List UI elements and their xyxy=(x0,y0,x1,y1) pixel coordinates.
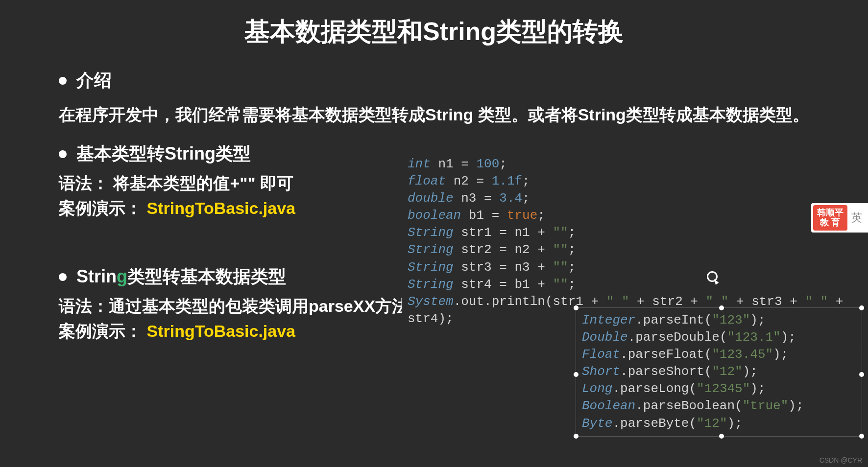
selection-handle-icon xyxy=(719,434,724,439)
selection-handle-icon xyxy=(574,434,579,439)
intro-paragraph: 在程序开发中，我们经常需要将基本数据类型转成String 类型。或者将Strin… xyxy=(59,102,829,127)
selection-handle-icon xyxy=(574,305,579,310)
code-block-basic-to-string: int n1 = 100; float n2 = 1.1f; double n3… xyxy=(402,152,862,331)
selection-handle-icon xyxy=(859,305,864,310)
section2-filename: StringToBasic.java xyxy=(146,322,295,340)
bullet-icon xyxy=(59,273,67,281)
bullet-icon xyxy=(59,150,67,158)
section2-prefix: 案例演示： xyxy=(59,322,142,340)
watermark: CSDN @CYR xyxy=(820,456,862,464)
selection-handle-icon xyxy=(574,372,579,377)
page-title: 基本数据类型和String类型的转换 xyxy=(0,0,868,59)
selection-handle-icon xyxy=(859,372,864,377)
selection-handle-icon xyxy=(859,434,864,439)
badge-suffix: 英 xyxy=(847,210,866,225)
section1-prefix: 案例演示： xyxy=(59,199,142,217)
section1-title: 基本类型转String类型 xyxy=(76,142,251,166)
badge-red-label: 韩顺平 教 育 xyxy=(813,205,847,231)
intro-heading: 介绍 xyxy=(59,69,829,93)
cursor-icon xyxy=(707,271,718,282)
code-block-string-to-basic: Integer.parseInt("123"); Double.parseDou… xyxy=(576,307,862,437)
section2-title: String类型转基本数据类型 xyxy=(76,265,286,289)
brand-badge: 韩顺平 教 育 英 xyxy=(811,203,868,233)
selection-handle-icon xyxy=(719,305,724,310)
intro-label: 介绍 xyxy=(76,69,112,93)
section1-filename: StringToBasic.java xyxy=(146,199,295,217)
bullet-icon xyxy=(59,77,67,85)
